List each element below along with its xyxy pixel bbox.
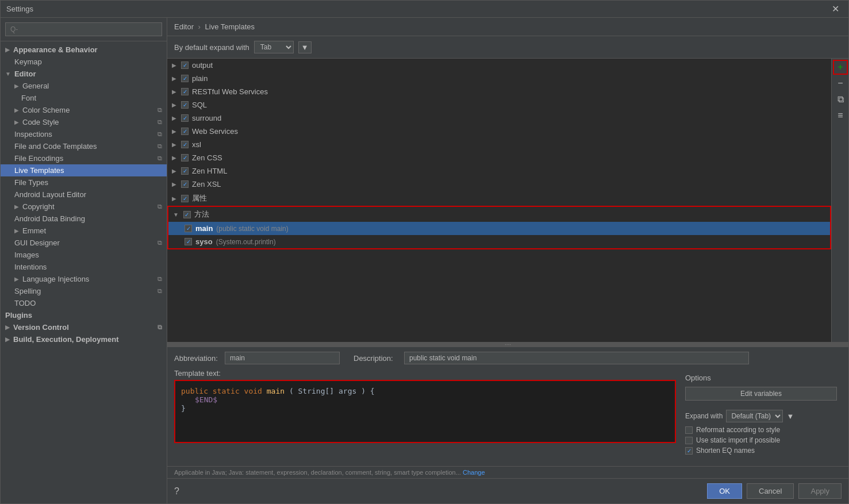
- template-group-header-zen-html[interactable]: ▶ Zen HTML: [167, 164, 831, 178]
- remove-button[interactable]: −: [833, 76, 848, 91]
- checkbox-attr[interactable]: [181, 195, 189, 202]
- template-group-header-zen-xsl[interactable]: ▶ Zen XSL: [167, 178, 831, 191]
- checkbox-reformat[interactable]: [685, 426, 693, 434]
- cancel-button[interactable]: Cancel: [747, 483, 794, 499]
- expand-with-row: Expand with Default (Tab) Tab Enter ▼: [685, 410, 837, 422]
- close-button[interactable]: ✕: [828, 2, 843, 16]
- expand-icon: ▶: [14, 203, 19, 210]
- checkbox-xsl[interactable]: [181, 141, 189, 148]
- ok-button[interactable]: OK: [707, 483, 742, 499]
- template-group-header-attr[interactable]: ▶ 属性: [167, 191, 831, 206]
- abbreviation-input[interactable]: [225, 352, 340, 364]
- template-group-header-restful[interactable]: ▶ RESTful Web Services: [167, 85, 831, 98]
- sidebar-item-gui-designer[interactable]: GUI Designer ⧉: [1, 237, 167, 249]
- sidebar-item-general[interactable]: ▶ General: [1, 80, 167, 92]
- sidebar-item-label: Live Templates: [14, 166, 64, 175]
- sidebar-item-todo[interactable]: TODO: [1, 297, 167, 309]
- checkbox-main[interactable]: [185, 225, 192, 232]
- expand-icon: ▶: [172, 155, 176, 161]
- template-text-area: Template text: public static void main: [174, 369, 842, 461]
- checkbox-zen-html[interactable]: [181, 167, 189, 175]
- sidebar-item-version-control[interactable]: ▶ Version Control ⧉: [1, 321, 167, 333]
- copy-icon: ⧉: [157, 203, 162, 210]
- template-name-syso: syso: [195, 237, 213, 246]
- template-group-header-sql[interactable]: ▶ SQL: [167, 98, 831, 111]
- checkbox-web-services[interactable]: [181, 128, 189, 135]
- add-button[interactable]: +: [833, 60, 848, 75]
- search-input[interactable]: [5, 22, 162, 36]
- sidebar-item-label: TODO: [14, 299, 36, 307]
- checkbox-output[interactable]: [181, 61, 189, 69]
- help-button[interactable]: ?: [174, 486, 179, 497]
- checkbox-method[interactable]: [183, 211, 191, 218]
- checkbox-zen-xsl[interactable]: [181, 180, 189, 188]
- copy-button[interactable]: ⧉: [833, 92, 848, 107]
- expand-with-select[interactable]: Default (Tab) Tab Enter: [726, 410, 783, 422]
- move-button[interactable]: ≡: [833, 108, 848, 123]
- sidebar-item-color-scheme[interactable]: ▶ Color Scheme ⧉: [1, 104, 167, 116]
- reformat-label: Reformat according to style: [696, 426, 780, 434]
- sidebar-item-images[interactable]: Images: [1, 249, 167, 261]
- template-group-attr: ▶ 属性: [167, 191, 831, 206]
- sidebar-item-editor[interactable]: ▼ Editor: [1, 68, 167, 80]
- template-group-sql: ▶ SQL: [167, 98, 831, 111]
- checkbox-plain[interactable]: [181, 75, 189, 82]
- description-input[interactable]: [404, 352, 749, 364]
- template-group-header-plain[interactable]: ▶ plain: [167, 72, 831, 85]
- sidebar-item-file-encodings[interactable]: File Encodings ⧉: [1, 152, 167, 164]
- checkbox-restful[interactable]: [181, 88, 189, 95]
- sidebar-item-language-injections[interactable]: ▶ Language Injections ⧉: [1, 273, 167, 285]
- checkbox-static-import[interactable]: [685, 437, 693, 444]
- template-group-header-method[interactable]: ▼ 方法: [168, 207, 830, 222]
- sidebar-item-appearance[interactable]: ▶ Appearance & Behavior: [1, 44, 167, 56]
- sidebar-item-live-templates[interactable]: Live Templates: [1, 164, 167, 176]
- sidebar-item-android-layout-editor[interactable]: Android Layout Editor: [1, 188, 167, 201]
- code-method-name: main: [267, 387, 285, 395]
- template-desc-main: (public static void main): [216, 225, 288, 233]
- checkbox-shorten-eq[interactable]: [685, 447, 693, 455]
- expand-dropdown-btn[interactable]: ▼: [298, 41, 312, 53]
- code-editor[interactable]: public static void main ( String[]: [174, 380, 676, 443]
- sidebar-item-label: Color Scheme: [22, 106, 70, 114]
- checkbox-surround[interactable]: [181, 114, 189, 122]
- code-keyword-public: public: [181, 387, 208, 395]
- code-line-2: $END$: [195, 395, 669, 404]
- code-line-3: }: [181, 404, 669, 413]
- expand-select[interactable]: Tab Enter Space: [254, 41, 294, 53]
- template-group-header-zen-css[interactable]: ▶ Zen CSS: [167, 151, 831, 164]
- sidebar-item-file-types[interactable]: File Types: [1, 176, 167, 188]
- sidebar-item-spelling[interactable]: Spelling ⧉: [1, 285, 167, 297]
- divider-handle[interactable]: ····: [167, 342, 848, 347]
- template-item-main[interactable]: main (public static void main): [168, 222, 830, 235]
- sidebar-item-plugins[interactable]: Plugins: [1, 309, 167, 321]
- sidebar-item-emmet[interactable]: ▶ Emmet: [1, 225, 167, 237]
- template-text-label: Template text:: [174, 369, 676, 378]
- sidebar-item-file-code-templates[interactable]: File and Code Templates ⧉: [1, 140, 167, 152]
- template-item-syso[interactable]: syso (System.out.println): [168, 235, 830, 248]
- sidebar-item-android-data-binding[interactable]: Android Data Binding: [1, 213, 167, 225]
- change-link[interactable]: Change: [463, 469, 485, 476]
- sidebar-item-copyright[interactable]: ▶ Copyright ⧉: [1, 201, 167, 213]
- sidebar-item-code-style[interactable]: ▶ Code Style ⧉: [1, 116, 167, 128]
- template-group-header-output[interactable]: ▶ output: [167, 59, 831, 72]
- sidebar-item-font[interactable]: Font: [1, 92, 167, 104]
- checkbox-syso[interactable]: [185, 238, 192, 245]
- sidebar-item-intentions[interactable]: Intentions: [1, 261, 167, 273]
- window-title: Settings: [6, 5, 828, 13]
- sidebar-item-keymap[interactable]: Keymap: [1, 56, 167, 68]
- checkbox-zen-css[interactable]: [181, 154, 189, 161]
- edit-variables-button[interactable]: Edit variables: [685, 387, 837, 401]
- copy-icon: ⧉: [157, 118, 162, 126]
- template-group-header-surround[interactable]: ▶ surround: [167, 111, 831, 125]
- main-content: ▶ Appearance & Behavior Keymap ▼ Editor …: [1, 18, 848, 503]
- apply-button[interactable]: Apply: [798, 483, 842, 499]
- expand-icon: ▶: [172, 128, 176, 134]
- static-import-label: Use static import if possible: [696, 436, 780, 444]
- checkbox-sql[interactable]: [181, 101, 189, 109]
- abbreviation-label: Abbreviation:: [174, 354, 220, 363]
- sidebar-item-inspections[interactable]: Inspections ⧉: [1, 128, 167, 140]
- copy-icon: ⧉: [157, 275, 162, 283]
- sidebar-item-build-execution[interactable]: ▶ Build, Execution, Deployment: [1, 333, 167, 345]
- template-group-header-xsl[interactable]: ▶ xsl: [167, 138, 831, 151]
- template-group-header-web-services[interactable]: ▶ Web Services: [167, 125, 831, 138]
